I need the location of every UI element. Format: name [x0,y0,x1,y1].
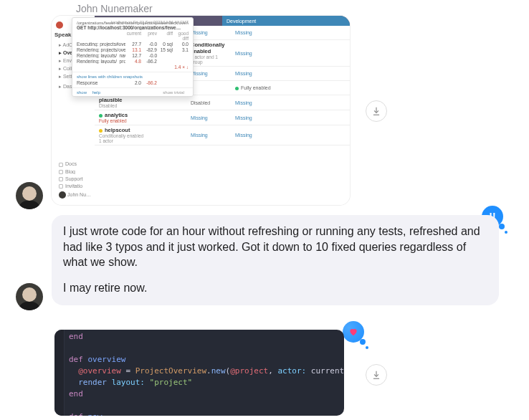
download-button[interactable] [366,100,387,122]
message-text: I just wrote code for an hour without re… [63,224,487,270]
message-bubble[interactable]: I just wrote code for an hour without re… [52,215,499,305]
avatar [16,182,43,209]
code-content: end def def overviewoverview @overview =… [69,331,340,416]
message-text: I may retire now. [63,280,487,296]
download-button[interactable] [366,364,387,386]
sidebar-link: Blog [59,169,92,174]
avatar [16,283,43,310]
profiler-popover: /organizations/fewer-and-faster/projects… [72,17,194,97]
status-dot-icon [235,87,239,90]
heart-icon [348,327,358,337]
table-row: helpscoutConditionally enabled1 actor Mi… [95,125,350,145]
table-row: plausibleDisabled Disabled Missing [95,95,350,110]
download-icon [371,370,381,380]
sidebar-link: Invitatio [59,183,92,188]
sidebar-link: Support [59,176,92,181]
status-dot-icon [99,129,103,133]
sidebar-link: Docs [59,161,92,166]
reaction-love[interactable] [343,321,364,343]
env-tab-active: Development [222,16,350,26]
table-row: analyticsFully enabled Missing Missing [95,110,350,125]
sender-name: John Nunemaker [76,3,153,14]
status-dot-icon [99,114,103,118]
download-icon [371,106,381,116]
code-screenshot-attachment[interactable]: end def def overviewoverview @overview =… [54,330,344,416]
code-gutter [54,330,65,416]
sidebar-user: John Nunemaker [59,191,92,199]
app-logo-icon [56,22,63,29]
screenshot-attachment[interactable]: Speak ▸ AdCli ▸ Overvi ▸ Enviro ▸ Collab… [52,16,350,205]
